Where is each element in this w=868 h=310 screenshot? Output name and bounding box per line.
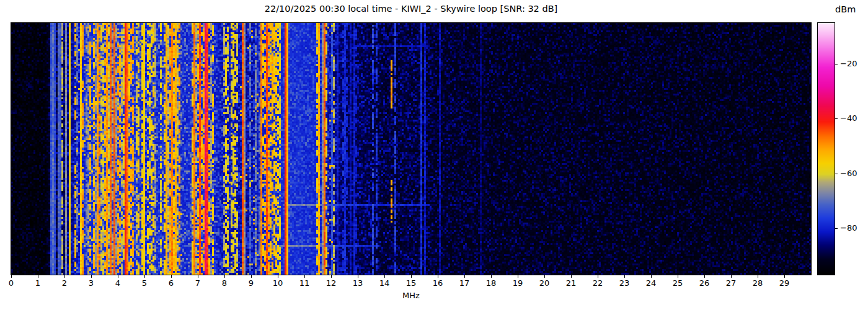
- x-tick-label: 3: [89, 278, 94, 288]
- x-tick-label: 27: [726, 278, 737, 288]
- colorbar-canvas: [817, 22, 835, 275]
- x-tick-label: 26: [699, 278, 710, 288]
- x-tick-label: 2: [62, 278, 67, 288]
- x-tick-mark: [11, 275, 12, 278]
- colorbar-tick-label: −80: [840, 223, 857, 232]
- x-tick-mark: [678, 275, 678, 278]
- x-tick-mark: [331, 275, 332, 278]
- colorbar-unit-label: dBm: [835, 4, 856, 14]
- chart-title: 22/10/2025 00:30 local time - KIWI_2 - S…: [265, 4, 558, 14]
- x-tick-label: 22: [593, 278, 603, 288]
- x-tick-label: 20: [539, 278, 550, 288]
- colorbar-tick-mark: [835, 174, 838, 174]
- x-tick-mark: [598, 275, 598, 278]
- x-tick-mark: [571, 275, 572, 278]
- colorbar-tick-label: −60: [840, 169, 857, 178]
- x-tick-label: 8: [222, 278, 227, 288]
- x-tick-label: 12: [326, 278, 337, 288]
- x-tick-mark: [38, 275, 38, 278]
- x-tick-mark: [624, 275, 625, 278]
- x-tick-mark: [64, 275, 65, 278]
- x-tick-label: 19: [513, 278, 523, 288]
- x-tick-label: 11: [299, 278, 310, 288]
- x-tick-mark: [91, 275, 92, 278]
- colorbar-tick-mark: [835, 64, 838, 64]
- x-tick-label: 16: [433, 278, 443, 288]
- x-tick-mark: [304, 275, 305, 278]
- x-tick-label: 7: [195, 278, 200, 288]
- x-tick-mark: [651, 275, 652, 278]
- spectrogram-canvas: [11, 22, 812, 275]
- x-tick-label: 1: [35, 278, 40, 288]
- x-tick-mark: [198, 275, 198, 278]
- x-tick-mark: [438, 275, 438, 278]
- x-tick-label: 21: [566, 278, 577, 288]
- x-axis-label: MHz: [402, 291, 420, 300]
- x-tick-mark: [491, 275, 492, 278]
- x-tick-mark: [544, 275, 545, 278]
- x-tick-label: 29: [779, 278, 790, 288]
- x-tick-label: 14: [379, 278, 390, 288]
- x-tick-label: 18: [486, 278, 497, 288]
- x-tick-mark: [224, 275, 225, 278]
- x-tick-mark: [731, 275, 732, 278]
- x-tick-label: 25: [673, 278, 683, 288]
- x-tick-mark: [464, 275, 465, 278]
- x-tick-mark: [384, 275, 385, 278]
- x-tick-label: 23: [619, 278, 630, 288]
- x-tick-label: 0: [9, 278, 14, 288]
- x-tick-label: 4: [115, 278, 120, 288]
- x-tick-label: 10: [273, 278, 283, 288]
- x-tick-label: 13: [353, 278, 363, 288]
- x-tick-mark: [411, 275, 412, 278]
- x-tick-label: 24: [646, 278, 657, 288]
- x-tick-label: 17: [459, 278, 470, 288]
- x-tick-mark: [118, 275, 118, 278]
- x-tick-mark: [758, 275, 758, 278]
- x-tick-mark: [171, 275, 172, 278]
- x-tick-mark: [251, 275, 252, 278]
- x-tick-mark: [518, 275, 518, 278]
- x-tick-label: 9: [249, 278, 254, 288]
- x-tick-label: 15: [406, 278, 417, 288]
- x-tick-label: 5: [142, 278, 147, 288]
- colorbar-tick-mark: [835, 228, 838, 229]
- x-tick-mark: [144, 275, 145, 278]
- colorbar-tick-mark: [835, 118, 838, 119]
- x-tick-mark: [358, 275, 358, 278]
- x-tick-mark: [784, 275, 785, 278]
- x-tick-label: 28: [753, 278, 763, 288]
- colorbar-tick-label: −20: [840, 59, 857, 68]
- x-tick-mark: [704, 275, 705, 278]
- colorbar-tick-label: −40: [840, 113, 857, 123]
- spectrogram-figure: 22/10/2025 00:30 local time - KIWI_2 - S…: [0, 0, 868, 310]
- x-tick-label: 6: [169, 278, 174, 288]
- x-tick-mark: [278, 275, 278, 278]
